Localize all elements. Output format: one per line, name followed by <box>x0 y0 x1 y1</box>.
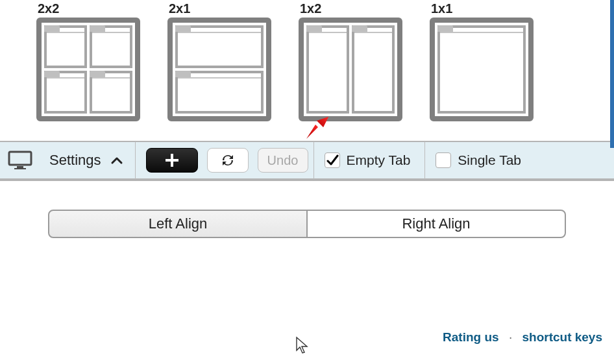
layout-preview-2x2 <box>36 18 140 121</box>
svg-rect-5 <box>14 168 26 169</box>
right-edge-accent <box>610 0 614 148</box>
layout-preview-2x1 <box>167 18 271 121</box>
separator-dot: · <box>509 330 512 344</box>
single-tab-label: Single Tab <box>458 152 521 168</box>
settings-label: Settings <box>49 152 101 169</box>
plus-icon <box>163 151 181 169</box>
toolbar: Settings Undo Empty Tab Sin <box>0 141 614 181</box>
footer-links: Rating us · shortcut keys <box>443 330 602 345</box>
toolbar-divider <box>135 141 136 179</box>
refresh-icon <box>220 152 236 168</box>
chevron-up-icon <box>110 156 123 165</box>
cursor-icon <box>295 336 310 354</box>
checkbox-icon <box>325 152 340 168</box>
layout-options-row: 2x2 2x1 1x2 1x1 <box>0 0 614 121</box>
toolbar-divider <box>313 141 314 179</box>
layout-option-1x2[interactable]: 1x2 <box>299 1 402 121</box>
layout-label: 1x1 <box>431 1 452 16</box>
refresh-button[interactable] <box>207 148 249 173</box>
layout-label: 2x1 <box>169 1 190 16</box>
right-align-label: Right Align <box>402 215 470 232</box>
undo-button[interactable]: Undo <box>258 148 308 173</box>
undo-label: Undo <box>267 153 299 168</box>
align-segmented-control: Left Align Right Align <box>48 210 566 238</box>
svg-rect-3 <box>9 152 31 165</box>
layout-option-1x1[interactable]: 1x1 <box>430 1 534 121</box>
rating-link[interactable]: Rating us <box>443 330 499 344</box>
right-align-button[interactable]: Right Align <box>307 210 566 238</box>
left-align-label: Left Align <box>149 215 208 232</box>
layout-preview-1x1 <box>430 18 534 121</box>
svg-rect-7 <box>166 159 178 162</box>
svg-marker-1 <box>306 125 318 139</box>
checkbox-icon <box>436 152 451 168</box>
add-button[interactable] <box>146 148 198 173</box>
settings-dropdown[interactable]: Settings <box>43 149 130 171</box>
shortcut-keys-link[interactable]: shortcut keys <box>522 330 602 344</box>
single-tab-checkbox[interactable]: Single Tab <box>430 152 530 168</box>
empty-tab-checkbox[interactable]: Empty Tab <box>319 152 420 168</box>
check-icon <box>326 154 339 167</box>
left-align-button[interactable]: Left Align <box>48 210 307 238</box>
layout-label: 2x2 <box>38 1 59 16</box>
layout-option-2x1[interactable]: 2x1 <box>167 1 271 121</box>
svg-rect-4 <box>17 166 23 168</box>
monitor-icon <box>8 150 34 171</box>
layout-preview-1x2 <box>299 18 402 121</box>
layout-option-2x2[interactable]: 2x2 <box>36 1 140 121</box>
toolbar-divider <box>424 141 425 179</box>
empty-tab-label: Empty Tab <box>347 152 411 168</box>
layout-label: 1x2 <box>300 1 321 16</box>
